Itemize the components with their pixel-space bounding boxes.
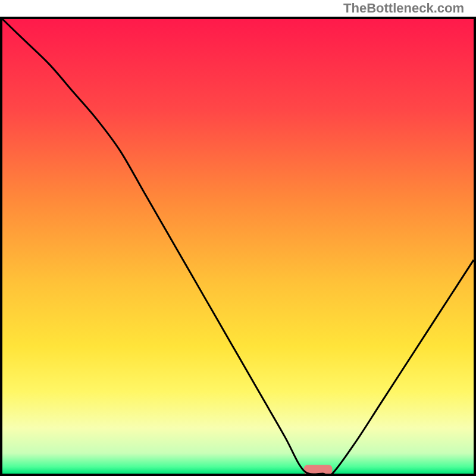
bottleneck-chart — [0, 17, 476, 476]
gradient-background — [2, 19, 474, 474]
chart-svg — [0, 17, 476, 476]
watermark-text: TheBottleneck.com — [0, 0, 476, 17]
